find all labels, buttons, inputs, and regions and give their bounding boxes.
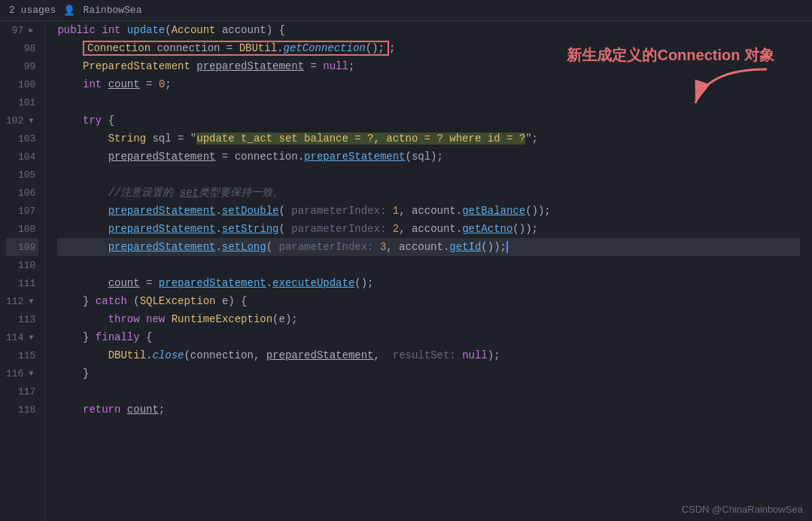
annotation-text: 新生成定义的Connection 对象 <box>567 45 774 66</box>
code-line-115: DBUtil.close(connection, preparedStateme… <box>57 346 800 364</box>
line-numbers: 97 ▶ 98 99 100 101 102 ▼ 103 1 <box>0 21 45 521</box>
line-num-row-110: 110 <box>6 256 38 274</box>
code-editor: 2 usages 👤 RainbowSea 97 ▶ 98 99 100 101 <box>0 0 812 521</box>
line-num-row-112: 112 ▼ <box>6 292 38 310</box>
code-line-97: public int update(Account account) { <box>57 21 800 39</box>
line-num-row-107: 107 <box>6 202 38 220</box>
annotation-overlay: 新生成定义的Connection 对象 <box>567 45 774 111</box>
line-num-row-109: 109 <box>6 238 38 256</box>
fold-icon-114: ▼ <box>26 333 35 342</box>
code-line-118: return count; <box>57 401 800 419</box>
fold-icon-116: ▼ <box>26 369 35 378</box>
line-num-row-97: 97 ▶ <box>6 21 38 39</box>
fold-icon-97: ▶ <box>26 26 35 35</box>
code-line-104: preparedStatement = connection.prepareSt… <box>57 148 800 166</box>
line-num-row-103: 103 <box>6 129 38 148</box>
top-bar: 2 usages 👤 RainbowSea <box>0 0 812 21</box>
line-num-row-102: 102 ▼ <box>6 111 38 129</box>
code-line-110 <box>57 256 800 274</box>
line-num-row-106: 106 <box>6 184 38 202</box>
code-line-106: //注意设置的 set类型要保持一致。 <box>57 184 800 202</box>
watermark: CSDN @ChinaRainbowSea <box>682 504 803 515</box>
author-name: RainbowSea <box>83 5 141 16</box>
code-line-111: count = preparedStatement.executeUpdate(… <box>57 274 800 292</box>
usage-count: 2 usages <box>9 5 56 16</box>
code-line-105 <box>57 166 800 184</box>
code-line-102: try { <box>57 111 800 129</box>
line-num-row-116: 116 ▼ <box>6 364 38 382</box>
code-line-112: } catch (SQLException e) { <box>57 292 800 310</box>
code-line-113: throw new RuntimeException(e); <box>57 310 800 328</box>
line-num-row-100: 100 <box>6 75 38 93</box>
author-icon: 👤 <box>63 5 75 17</box>
code-line-117 <box>57 382 800 401</box>
code-line-116: } <box>57 364 800 382</box>
line-num-row-118: 118 <box>6 401 38 419</box>
line-num-row-115: 115 <box>6 346 38 364</box>
line-num-row-99: 99 <box>6 57 38 75</box>
code-line-114: } finally { <box>57 328 800 346</box>
code-line-108: preparedStatement.setString( parameterIn… <box>57 220 800 238</box>
line-num-row-105: 105 <box>6 166 38 184</box>
line-num-row-104: 104 <box>6 148 38 166</box>
annotation-arrow <box>684 66 774 111</box>
line-num-row-114: 114 ▼ <box>6 328 38 346</box>
code-line-109: preparedStatement.setLong( parameterInde… <box>57 238 800 256</box>
line-num-row-101: 101 <box>6 93 38 111</box>
line-num-row-113: 113 <box>6 310 38 328</box>
line-num-row-98: 98 <box>6 39 38 57</box>
code-line-103: String sql = "update t_act set balance =… <box>57 129 800 148</box>
line-num-row-117: 117 <box>6 382 38 401</box>
fold-icon-112: ▼ <box>26 297 35 306</box>
code-line-107: preparedStatement.setDouble( parameterIn… <box>57 202 800 220</box>
text-cursor <box>506 241 508 253</box>
fold-icon-102: ▼ <box>26 116 35 125</box>
line-num-row-111: 111 <box>6 274 38 292</box>
line-num-row-108: 108 <box>6 220 38 238</box>
red-box-connection: Connection connection = DBUtil.getConnec… <box>83 41 389 56</box>
